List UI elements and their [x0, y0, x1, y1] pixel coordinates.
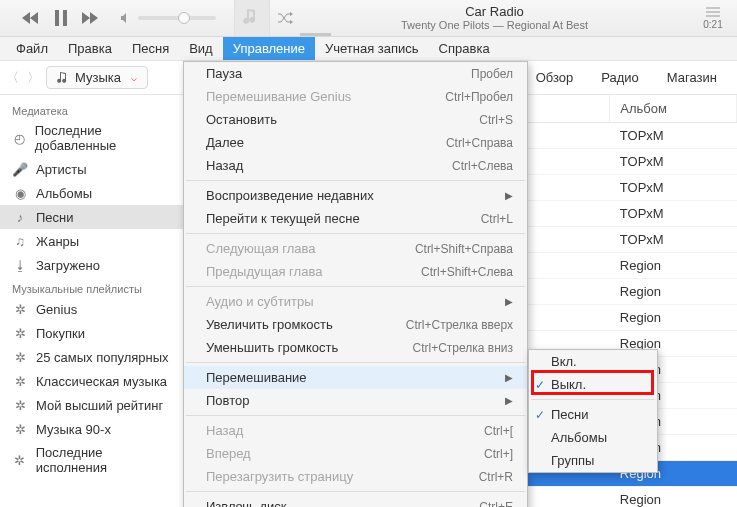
sidebar-item[interactable]: ♫Жанры [0, 229, 187, 253]
menu-separator [186, 362, 525, 363]
sidebar-item[interactable]: ✲Genius [0, 297, 187, 321]
prev-button[interactable] [22, 11, 40, 25]
progress-bar[interactable] [300, 33, 331, 36]
menu-item-label: Перемешивание Genius [206, 89, 351, 104]
shuffle-indicator[interactable] [270, 0, 300, 36]
menu-item[interactable]: НазадCtrl+Слева [184, 154, 527, 177]
sidebar-heading: Музыкальные плейлисты [0, 277, 187, 297]
menu-item[interactable]: Группы [529, 449, 657, 472]
cell: Region [610, 253, 737, 279]
mic-icon: 🎤 [12, 161, 28, 177]
menu-item[interactable]: Повтор▶ [184, 389, 527, 412]
menu-item: НазадCtrl+[ [184, 419, 527, 442]
menu-item: Следующая главаCtrl+Shift+Справа [184, 237, 527, 260]
nav-forward-button[interactable]: 〉 [27, 69, 40, 87]
sidebar-item-label: Музыка 90-х [36, 422, 111, 437]
sidebar-item[interactable]: 🎤Артисты [0, 157, 187, 181]
next-button[interactable] [82, 11, 100, 25]
menu-separator [186, 233, 525, 234]
sidebar-item[interactable]: ✲25 самых популярных [0, 345, 187, 369]
album-art-placeholder [234, 0, 270, 36]
menu-item: Предыдущая главаCtrl+Shift+Слева [184, 260, 527, 283]
menu-shortcut: Ctrl+Стрелка вверх [406, 318, 513, 332]
sidebar-item-label: Последние добавленные [35, 123, 175, 153]
menu-item[interactable]: ОстановитьCtrl+S [184, 108, 527, 131]
menu-bar: ФайлПравкаПесняВидУправлениеУчетная запи… [0, 37, 737, 61]
menu-item: Перезагрузить страницуCtrl+R [184, 465, 527, 488]
library-picker[interactable]: Музыка ⌵ [46, 66, 148, 89]
menu-item[interactable]: Воспроизведение недавних▶ [184, 184, 527, 207]
sidebar: Медиатека◴Последние добавленные🎤Артисты◉… [0, 95, 188, 507]
menu-справка[interactable]: Справка [429, 37, 500, 60]
menu-item-label: Увеличить громкость [206, 317, 333, 332]
submenu-arrow-icon: ▶ [505, 372, 513, 383]
cell: TOPxM [610, 123, 737, 149]
menu-файл[interactable]: Файл [6, 37, 58, 60]
menu-item[interactable]: Альбомы [529, 426, 657, 449]
gear-icon: ✲ [12, 325, 28, 341]
menu-item-label: Группы [551, 453, 594, 468]
sidebar-item-label: 25 самых популярных [36, 350, 169, 365]
cell: TOPxM [610, 149, 737, 175]
menu-item-label: Альбомы [551, 430, 607, 445]
submenu-arrow-icon: ▶ [505, 190, 513, 201]
pause-button[interactable] [54, 10, 68, 26]
tab-радио[interactable]: Радио [601, 70, 639, 85]
menu-shortcut: Ctrl+Shift+Справа [415, 242, 513, 256]
sidebar-item[interactable]: ◉Альбомы [0, 181, 187, 205]
control-menu: ПаузаПробелПеремешивание GeniusCtrl+Проб… [183, 61, 528, 507]
chevron-down-icon: ⌵ [131, 72, 137, 83]
nav-back-button[interactable]: 〈 [6, 69, 19, 87]
menu-shortcut: Ctrl+Пробел [445, 90, 513, 104]
sidebar-item-label: Последние исполнения [36, 445, 175, 475]
tab-обзор[interactable]: Обзор [536, 70, 574, 85]
sidebar-item-label: Артисты [36, 162, 87, 177]
sidebar-item[interactable]: ◴Последние добавленные [0, 119, 187, 157]
menu-item[interactable]: Увеличить громкостьCtrl+Стрелка вверх [184, 313, 527, 336]
sidebar-item-label: Загружено [36, 258, 100, 273]
sidebar-item[interactable]: ✲Последние исполнения [0, 441, 187, 479]
menu-вид[interactable]: Вид [179, 37, 223, 60]
sidebar-item[interactable]: ✲Мой высший рейтинг [0, 393, 187, 417]
menu-item[interactable]: Вкл. [529, 350, 657, 373]
sidebar-item[interactable]: ♪Песни [0, 205, 187, 229]
menu-item-label: Остановить [206, 112, 277, 127]
menu-item[interactable]: ПаузаПробел [184, 62, 527, 85]
menu-item[interactable]: ✓Песни [529, 403, 657, 426]
sidebar-item[interactable]: ✲Музыка 90-х [0, 417, 187, 441]
sidebar-item[interactable]: ⭳Загружено [0, 253, 187, 277]
menu-item[interactable]: ✓Выкл. [529, 373, 657, 396]
menu-icon[interactable] [706, 7, 720, 17]
menu-item-label: Предыдущая глава [206, 264, 322, 279]
sidebar-item-label: Genius [36, 302, 77, 317]
volume-control[interactable] [120, 12, 216, 24]
menu-управление[interactable]: Управление [223, 37, 315, 60]
menu-item-label: Вперед [206, 446, 251, 461]
menu-item-label: Повтор [206, 393, 249, 408]
menu-item[interactable]: Извлечь дискCtrl+E [184, 495, 527, 507]
menu-item-label: Вкл. [551, 354, 577, 369]
submenu-arrow-icon: ▶ [505, 296, 513, 307]
volume-icon [120, 12, 132, 24]
menu-учетная запись[interactable]: Учетная запись [315, 37, 429, 60]
menu-item[interactable]: Перемешивание▶ [184, 366, 527, 389]
col-album[interactable]: Альбом [610, 95, 737, 123]
menu-item-label: Следующая глава [206, 241, 316, 256]
menu-item[interactable]: Перейти к текущей песнеCtrl+L [184, 207, 527, 230]
menu-item: Перемешивание GeniusCtrl+Пробел [184, 85, 527, 108]
menu-item-label: Извлечь диск [206, 499, 287, 507]
sidebar-item[interactable]: ✲Покупки [0, 321, 187, 345]
gear-icon: ✲ [12, 349, 28, 365]
volume-slider[interactable] [138, 16, 216, 20]
menu-shortcut: Ctrl+E [479, 500, 513, 508]
sidebar-item-label: Мой высший рейтинг [36, 398, 163, 413]
menu-shortcut: Пробел [471, 67, 513, 81]
tab-магазин[interactable]: Магазин [667, 70, 717, 85]
menu-separator [531, 399, 655, 400]
menu-правка[interactable]: Правка [58, 37, 122, 60]
menu-песня[interactable]: Песня [122, 37, 179, 60]
sidebar-item[interactable]: ✲Классическая музыка [0, 369, 187, 393]
menu-item[interactable]: Уменьшить громкостьCtrl+Стрелка вниз [184, 336, 527, 359]
cell: TOPxM [610, 227, 737, 253]
menu-item[interactable]: ДалееCtrl+Справа [184, 131, 527, 154]
